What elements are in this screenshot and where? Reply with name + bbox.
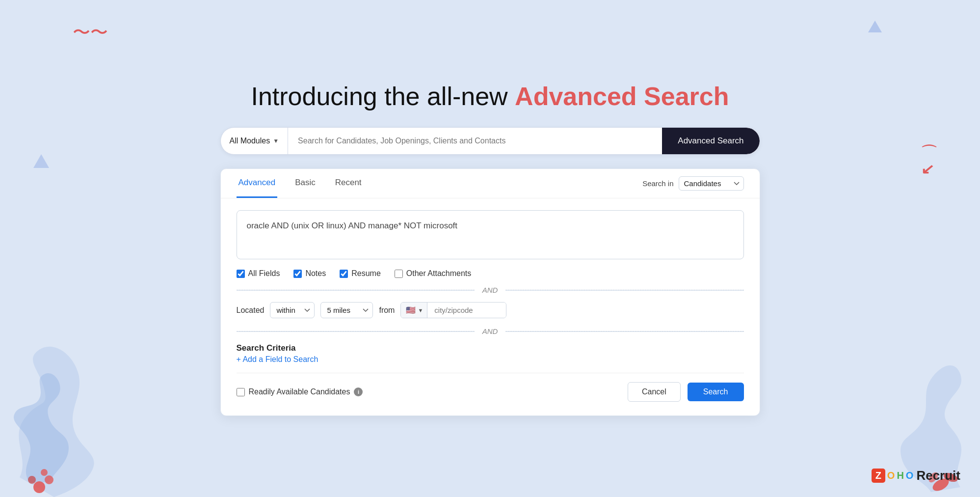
- zoho-o2: O: [906, 470, 914, 481]
- zoho-o1: O: [887, 470, 895, 481]
- svg-point-1: [45, 475, 53, 484]
- city-zipcode-input[interactable]: [427, 303, 506, 318]
- within-select[interactable]: within outside: [270, 302, 315, 318]
- module-selector[interactable]: All Modules ▼: [221, 128, 289, 154]
- checkbox-all-fields-input[interactable]: [237, 270, 245, 278]
- zoho-h: H: [897, 470, 903, 481]
- squiggle-decoration: 〜〜: [73, 21, 108, 45]
- search-bar: All Modules ▼ Advanced Search: [220, 127, 760, 155]
- dialog-bottom: Readily Available Candidates i Cancel Se…: [237, 382, 744, 402]
- page-headline: Introducing the all-new Advanced Search: [251, 81, 729, 111]
- zoho-recruit-logo: Z O H O Recruit: [872, 468, 960, 483]
- checkbox-resume[interactable]: Resume: [340, 269, 381, 278]
- flag-emoji: 🇺🇸: [406, 305, 416, 315]
- zoho-z: Z: [872, 469, 885, 483]
- info-icon[interactable]: i: [354, 387, 363, 396]
- triangle-mid-left-decoration: [33, 152, 49, 168]
- dialog-actions: Cancel Search: [628, 382, 744, 402]
- svg-point-2: [28, 476, 36, 484]
- search-criteria-title: Search Criteria: [237, 343, 744, 353]
- flag-section[interactable]: 🇺🇸 ▼: [401, 303, 427, 318]
- checkbox-other-attachments-input[interactable]: [395, 270, 403, 278]
- search-query-textarea[interactable]: oracle AND (unix OR linux) AND manage* N…: [237, 210, 744, 259]
- tab-basic[interactable]: Basic: [293, 169, 318, 198]
- module-dropdown-arrow: ▼: [273, 138, 279, 144]
- advanced-search-dialog: Advanced Basic Recent Search in Candidat…: [220, 168, 760, 416]
- tabs-header: Advanced Basic Recent Search in Candidat…: [221, 169, 760, 198]
- from-label: from: [379, 306, 395, 315]
- triangle-top-right-decoration: [868, 19, 882, 32]
- zigzag-decoration: ⌒↙: [921, 142, 937, 177]
- checkbox-other-attachments[interactable]: Other Attachments: [395, 269, 472, 278]
- location-label: Located: [237, 306, 265, 315]
- search-button[interactable]: Search: [688, 383, 744, 401]
- svg-point-0: [33, 481, 45, 493]
- checkbox-resume-input[interactable]: [340, 270, 348, 278]
- search-in-label: Search in: [642, 179, 673, 188]
- and-divider-1: AND: [237, 286, 744, 294]
- dialog-body: oracle AND (unix OR linux) AND manage* N…: [221, 198, 760, 415]
- search-in-section: Search in Candidates Job Openings Client…: [642, 176, 743, 191]
- tab-recent[interactable]: Recent: [333, 169, 364, 198]
- and-divider-2: AND: [237, 327, 744, 335]
- checkbox-notes[interactable]: Notes: [293, 269, 326, 278]
- city-zipcode-group: 🇺🇸 ▼: [400, 302, 506, 318]
- search-fields-checkboxes: All Fields Notes Resume Other Attachment…: [237, 269, 744, 278]
- checkbox-notes-input[interactable]: [293, 270, 302, 278]
- search-criteria-section: Search Criteria + Add a Field to Search: [237, 343, 744, 364]
- headline-pre: Introducing the all-new: [251, 82, 515, 110]
- main-content: Introducing the all-new Advanced Search …: [196, 71, 785, 426]
- advanced-search-button[interactable]: Advanced Search: [662, 128, 759, 154]
- search-in-select[interactable]: Candidates Job Openings Clients Contacts: [679, 176, 744, 191]
- readily-available-label: Readily Available Candidates: [249, 387, 350, 396]
- flag-dropdown-arrow[interactable]: ▼: [418, 307, 423, 313]
- readily-available-input[interactable]: [237, 388, 245, 396]
- dialog-divider: [237, 373, 744, 373]
- module-label: All Modules: [230, 137, 270, 145]
- headline-highlight: Advanced Search: [515, 82, 729, 110]
- add-field-link[interactable]: + Add a Field to Search: [237, 355, 318, 363]
- tab-advanced[interactable]: Advanced: [237, 169, 278, 198]
- svg-point-3: [41, 469, 48, 476]
- recruit-label: Recruit: [916, 468, 960, 483]
- checkbox-all-fields[interactable]: All Fields: [237, 269, 280, 278]
- blob-left-decoration: [0, 340, 137, 497]
- distance-select[interactable]: 5 miles 10 miles 25 miles 50 miles 100 m…: [320, 302, 373, 318]
- location-row: Located within outside 5 miles 10 miles …: [237, 302, 744, 318]
- cancel-button[interactable]: Cancel: [628, 382, 681, 402]
- readily-available-checkbox[interactable]: Readily Available Candidates i: [237, 387, 363, 396]
- main-search-input[interactable]: [288, 137, 662, 145]
